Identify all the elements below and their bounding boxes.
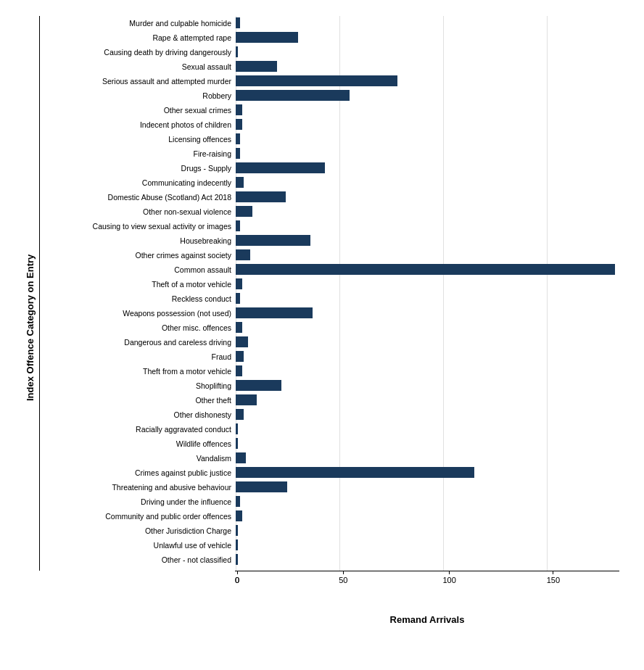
bar-track [236, 423, 619, 434]
bar-label: Dangerous and careless driving [40, 338, 236, 347]
bar-fill [236, 481, 287, 492]
bar-label: Other non-sexual violence [40, 207, 236, 216]
bar-track [236, 467, 619, 478]
bar-row: Communicating indecently [40, 175, 619, 189]
bar-row: Other crimes against society [40, 248, 619, 262]
bar-track [236, 32, 619, 43]
bar-fill [236, 307, 313, 318]
bar-fill [236, 90, 350, 101]
bar-row: Other Jurisdiction Charge [40, 524, 619, 537]
bar-row: Serious assault and attempted murder [40, 74, 619, 88]
bar-row: Weapons possession (not used) [40, 306, 619, 320]
x-tick-label: 100 [442, 576, 455, 584]
bar-row: Shoplifting [40, 379, 619, 392]
bars-container: Murder and culpable homicideRape & attem… [40, 16, 619, 566]
bar-fill [236, 554, 238, 565]
bar-fill [236, 191, 286, 202]
bar-track [236, 510, 619, 521]
x-tick-line [237, 571, 238, 574]
bar-label: Racially aggravated conduct [40, 425, 236, 434]
bar-label: Driving under the influence [40, 497, 236, 506]
bar-label: Communicating indecently [40, 178, 236, 187]
bar-row: Common assault [40, 262, 619, 276]
bar-fill [236, 206, 252, 217]
bar-track [236, 525, 619, 536]
bar-fill [236, 104, 242, 115]
bar-row: Other - not classified [40, 553, 619, 566]
bar-track [236, 336, 619, 347]
bar-label: Fraud [40, 352, 236, 361]
bar-label: Domestic Abuse (Scotland) Act 2018 [40, 193, 236, 202]
bar-fill [236, 467, 474, 478]
bar-track [236, 235, 619, 246]
bar-fill [236, 409, 244, 420]
bar-track [236, 539, 619, 550]
bar-label: Murder and culpable homicide [40, 19, 236, 28]
bar-fill [236, 46, 238, 57]
bar-label: Weapons possession (not used) [40, 309, 236, 318]
bar-fill [236, 17, 240, 28]
bar-fill [236, 539, 238, 550]
bar-fill [236, 380, 281, 391]
bar-track [236, 75, 619, 86]
bar-row: Vandalism [40, 451, 619, 465]
bar-row: Reckless conduct [40, 291, 619, 305]
bar-row: Wildlife offences [40, 437, 619, 450]
bar-label: Other misc. offences [40, 323, 236, 332]
bar-fill [236, 452, 246, 463]
x-axis-line [235, 571, 619, 571]
bar-track [236, 162, 619, 173]
bar-label: Theft from a motor vehicle [40, 367, 236, 376]
bar-label: Shoplifting [40, 381, 236, 390]
chart-container: Index Offence Category on Entry Murder a… [10, 9, 634, 661]
bar-track [236, 264, 619, 275]
bar-row: Other misc. offences [40, 320, 619, 334]
bar-track [236, 481, 619, 492]
bar-track [236, 496, 619, 507]
x-tick-line [553, 571, 553, 574]
bar-track [236, 554, 619, 565]
x-tick-line [449, 571, 450, 574]
bar-row: Theft of a motor vehicle [40, 277, 619, 291]
x-tick-label: 0 [235, 576, 239, 584]
bar-row: Indecent photos of children [40, 117, 619, 131]
bar-label: Theft of a motor vehicle [40, 280, 236, 289]
bar-label: Vandalism [40, 454, 236, 463]
bar-fill [236, 322, 242, 333]
bar-track [236, 90, 619, 101]
bar-track [236, 220, 619, 231]
bar-row: Fraud [40, 350, 619, 363]
bar-track [236, 104, 619, 115]
bar-track [236, 249, 619, 260]
bar-label: Causing death by driving dangerously [40, 48, 236, 57]
bar-row: Domestic Abuse (Scotland) Act 2018 [40, 190, 619, 204]
bar-row: Murder and culpable homicide [40, 16, 619, 30]
bar-fill [236, 525, 238, 536]
bar-track [236, 177, 619, 188]
bar-row: Threatening and abusive behaviour [40, 480, 619, 494]
bar-fill [236, 177, 244, 188]
bar-track [236, 394, 619, 405]
bar-label: Serious assault and attempted murder [40, 77, 236, 86]
bar-row: Other theft [40, 393, 619, 407]
x-axis-area: 0501001500 [235, 571, 619, 600]
bar-row: Drugs - Supply [40, 161, 619, 175]
bar-track [236, 293, 619, 304]
bar-label: Unlawful use of vehicle [40, 541, 236, 550]
x-tick: 150 [547, 571, 560, 584]
bar-fill [236, 220, 240, 231]
x-tick: 100 [442, 571, 455, 584]
x-tick-line [343, 571, 344, 574]
bars-wrapper: Murder and culpable homicideRape & attem… [39, 16, 619, 571]
bar-label: Other crimes against society [40, 251, 236, 260]
bar-label: Rape & attempted rape [40, 33, 236, 42]
bar-label: Causing to view sexual activity or image… [40, 222, 236, 231]
bar-track [236, 322, 619, 333]
bar-label: Reckless conduct [40, 294, 236, 303]
bar-label: Threatening and abusive behaviour [40, 483, 236, 492]
bar-row: Driving under the influence [40, 495, 619, 508]
x-tick-label: 50 [339, 576, 347, 584]
bar-row: Robbery [40, 88, 619, 102]
bar-fill [236, 423, 238, 434]
bar-label: Other theft [40, 396, 236, 405]
